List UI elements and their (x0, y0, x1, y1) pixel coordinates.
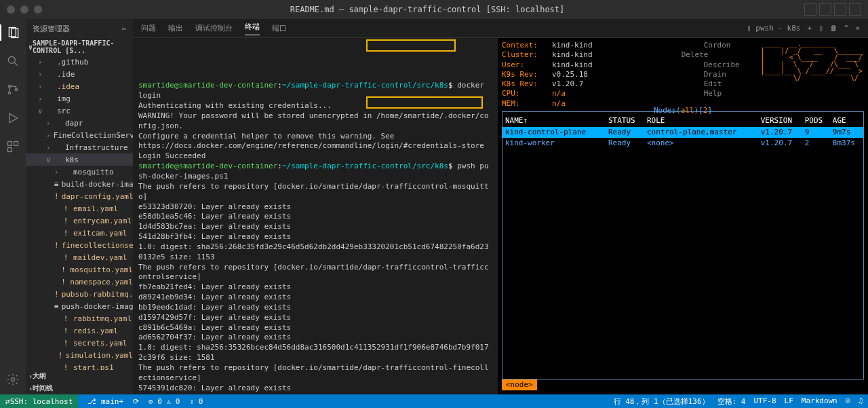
tree-item[interactable]: ! finecollectionservice.yaml (26, 239, 133, 251)
close-window[interactable] (7, 5, 15, 14)
close-panel-icon[interactable]: × (855, 24, 860, 33)
extensions-icon[interactable] (5, 138, 21, 155)
terminal-selector[interactable]: ▯ pwsh - k8s (747, 24, 800, 33)
tree-item[interactable]: ! simulation.yaml (26, 349, 133, 361)
tree-item[interactable]: ! maildev.yaml (26, 251, 133, 263)
editor-area: 问题 输出 调试控制台 终端 端口 ▯ pwsh - k8s + ▯ 🗑 ^ ×… (133, 19, 868, 394)
tree-item[interactable]: ! mosquitto.yaml (26, 263, 133, 276)
tree-item[interactable]: ! dapr-config.yaml (26, 190, 133, 202)
k9s-nodes-table: Nodes(all)[2] NAME↑STATUSROLEVERSIONPODS… (502, 111, 864, 379)
k9s-node-row[interactable]: kind-control-planeReadycontrol-plane,mas… (502, 127, 863, 138)
svg-line-3 (15, 63, 18, 66)
svg-point-11 (12, 378, 15, 382)
window-controls[interactable] (7, 5, 42, 14)
status-bar: ⇄ SSH: localhost ⎇ main+ ⟳ ⊘ 0 ⚠ 0 ⇪ 0 行… (0, 394, 868, 408)
tab-problems[interactable]: 问题 (141, 23, 156, 33)
tree-item[interactable]: › Infrastructure (26, 141, 133, 153)
errors-count[interactable]: ⊘ 0 ⚠ 0 (149, 397, 180, 406)
tree-item[interactable]: ≡ push-docker-images.ps1 (26, 300, 133, 312)
tree-item[interactable]: ≡ build-docker-images.ps1 (26, 178, 133, 190)
tab-ports[interactable]: 端口 (272, 23, 287, 33)
activity-bar (0, 19, 26, 394)
tree-item[interactable]: ! pubsub-rabbitmq.yaml (26, 288, 133, 300)
sidebar-title: 资源管理器 ⋯ (26, 19, 133, 38)
sidebar: 资源管理器 ⋯ ∨ SAMPLE-DAPR-TRAFFIC-CONTROL [S… (26, 19, 133, 394)
tree-item[interactable]: ! entrycam.yaml (26, 215, 133, 227)
explorer-icon[interactable] (0, 24, 26, 41)
sync-icon[interactable]: ⟳ (133, 397, 139, 406)
tree-item[interactable]: ! start.ps1 (26, 361, 133, 370)
tree-item[interactable]: ! rabbitmq.yaml (26, 312, 133, 324)
timeline-section[interactable]: ›时间线 (26, 382, 133, 394)
terminal-left[interactable]: smartide@smartide-dev-container:~/sample… (133, 38, 498, 394)
tab-terminal[interactable]: 终端 (245, 22, 260, 35)
tree-item[interactable]: › .idea (26, 80, 133, 92)
tree-item[interactable]: ! namespace.yaml (26, 276, 133, 288)
k9s-breadcrumb: <node> (502, 379, 537, 390)
cursor-position[interactable]: 行 48，列 1（已选择136） (614, 396, 709, 407)
tree-item[interactable]: ! email.yaml (26, 202, 133, 215)
tree-item[interactable]: ! redis.yaml (26, 324, 133, 337)
debug-icon[interactable] (5, 110, 21, 126)
k9s-logo: ____ __.________ | |/ _/ __ \______ | < … (760, 41, 863, 81)
tree-item[interactable]: › img (26, 92, 133, 105)
split-terminal-icon[interactable]: ▯ (818, 24, 823, 33)
maximize-panel-icon[interactable]: ^ (844, 24, 849, 33)
layout-controls[interactable] (804, 3, 861, 16)
minimize-window[interactable] (20, 5, 28, 14)
tree-item[interactable]: › dapr (26, 117, 133, 129)
svg-rect-10 (8, 148, 12, 152)
toggle-panel-icon[interactable] (819, 3, 831, 16)
tree-item[interactable]: › FineCollectionService (26, 129, 133, 141)
toggle-sidebar-icon[interactable] (804, 3, 816, 16)
maximize-window[interactable] (34, 5, 42, 14)
svg-point-6 (15, 88, 17, 90)
notifications-icon[interactable]: ♫ (858, 396, 863, 407)
highlight-docker-login (366, 39, 456, 52)
svg-point-2 (8, 56, 15, 63)
project-title[interactable]: ∨ SAMPLE-DAPR-TRAFFIC-CONTROL [S... (26, 38, 133, 56)
k9s-node-row[interactable]: kind-workerReady<none>v1.20.728m37s (502, 138, 863, 149)
toggle-secondary-icon[interactable] (834, 3, 846, 16)
tree-item[interactable]: › mosquitto (26, 166, 133, 178)
settings-gear-icon[interactable] (5, 371, 21, 388)
tree-item[interactable]: ! secrets.yaml (26, 337, 133, 349)
kill-terminal-icon[interactable]: 🗑 (830, 24, 837, 33)
tree-item[interactable]: ∨ src (26, 105, 133, 117)
titlebar: README.md — sample-dapr-traffic-control … (0, 0, 868, 19)
tree-item[interactable]: ! exitcam.yaml (26, 227, 133, 239)
panel-tabs: 问题 输出 调试控制台 终端 端口 ▯ pwsh - k8s + ▯ 🗑 ^ × (133, 19, 868, 38)
encoding[interactable]: UTF-8 (753, 396, 776, 407)
git-branch[interactable]: ⎇ main+ (87, 397, 123, 406)
svg-marker-7 (9, 113, 18, 122)
new-terminal-icon[interactable]: + (808, 24, 812, 33)
tree-item[interactable]: › .ide (26, 68, 133, 80)
svg-rect-9 (14, 142, 18, 146)
tab-debug-console[interactable]: 调试控制台 (195, 23, 233, 33)
indent[interactable]: 空格: 4 (717, 396, 746, 407)
svg-rect-8 (8, 142, 12, 146)
k9s-nodes-title: Nodes(all)[2] (502, 106, 863, 115)
tree-item[interactable]: ∨ k8s (26, 153, 133, 166)
outline-section[interactable]: ›大纲 (26, 370, 133, 382)
more-icon[interactable]: ⋯ (121, 24, 126, 33)
source-control-icon[interactable] (5, 81, 21, 98)
terminal-right-k9s[interactable]: ____ __.________ | |/ _/ __ \______ | < … (498, 38, 868, 394)
window-title: README.md — sample-dapr-traffic-control … (50, 5, 804, 14)
ports-count[interactable]: ⇪ 0 (189, 397, 203, 406)
feedback-icon[interactable]: ☺ (846, 396, 850, 407)
tree-item[interactable]: › .github (26, 56, 133, 68)
eol[interactable]: LF (785, 396, 793, 407)
svg-point-5 (8, 92, 10, 94)
svg-point-4 (8, 85, 10, 87)
layout-icon[interactable] (849, 3, 861, 16)
remote-indicator[interactable]: ⇄ SSH: localhost (0, 394, 78, 408)
language-mode[interactable]: Markdown (802, 396, 837, 407)
search-icon[interactable] (5, 53, 21, 69)
tab-output[interactable]: 输出 (168, 23, 183, 33)
file-tree[interactable]: › .github› .ide› .idea› img∨ src› dapr› … (26, 56, 133, 370)
